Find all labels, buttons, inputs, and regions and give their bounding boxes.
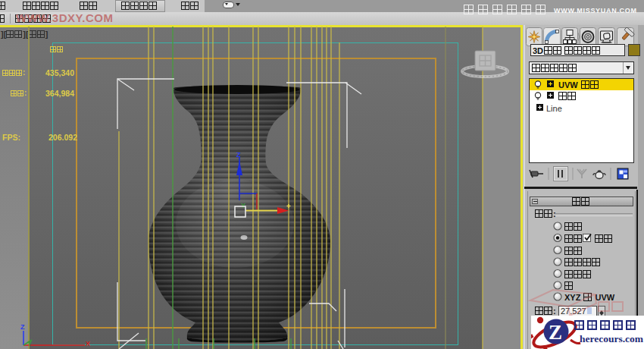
svg-text:Z: Z bbox=[20, 323, 25, 331]
svg-text:Z: Z bbox=[549, 321, 562, 344]
svg-text:X: X bbox=[86, 340, 90, 347]
svg-text:Z: Z bbox=[236, 151, 241, 159]
svg-text:Y: Y bbox=[241, 202, 245, 209]
svg-text:Y: Y bbox=[27, 340, 32, 347]
